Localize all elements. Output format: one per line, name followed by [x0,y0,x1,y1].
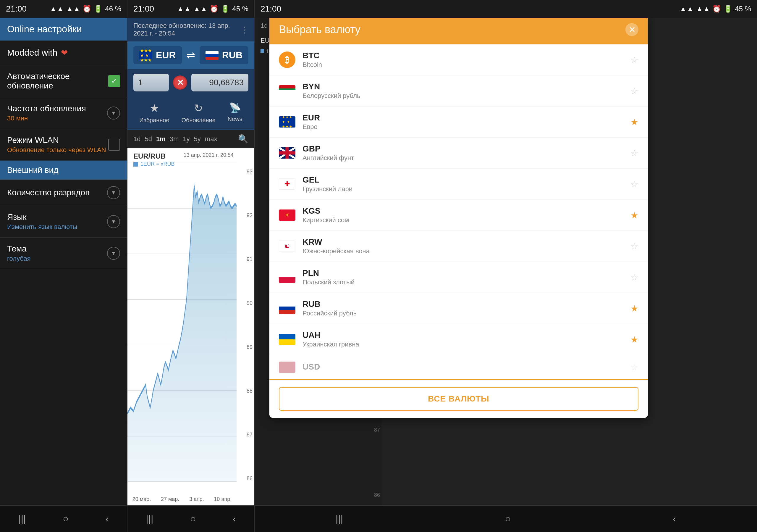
star-gbp[interactable]: ☆ [630,148,638,158]
kgs-flag: ☀ [279,209,295,221]
language-item[interactable]: Язык Изменить язык валюты ▼ [0,206,127,237]
list-item[interactable]: ₿ BTC Bitcoin ☆ [269,45,648,76]
chart-search-icon[interactable]: 🔍 [238,134,248,144]
list-item[interactable]: USD ☆ [269,355,648,379]
nav-back-1[interactable]: ‹ [97,511,118,527]
converter-actions: ★ Избранное ↻ Обновление 📡 News [128,96,254,130]
nav-home-3[interactable]: ○ [496,511,520,527]
language-dropdown[interactable]: ▼ [107,215,120,228]
update-freq-item[interactable]: Частота обновления 30 мин ▼ [0,97,127,129]
pln-flag [279,272,295,283]
wlan-item[interactable]: Режим WLAN Обновление только через WLAN [0,129,127,161]
currency-picker-panel: 21:00 ▲▲ ▲▲ ⏰ 🔋 45 % 1d 5d EU 1 93 92 91… [254,0,757,532]
auto-update-label: Автоматическое обновление [7,72,108,91]
input-row: 1 ✕ 90,68783 [128,69,254,96]
news-btn[interactable]: 📡 News [228,102,242,124]
list-item[interactable]: ✦✦✦✦ ✦✦✦✦ EUR Евро ★ [269,107,648,138]
wlan-checkbox[interactable] [108,139,120,151]
to-currency-code: RUB [222,50,242,61]
auto-update-checkbox[interactable]: ✓ [108,75,120,87]
y-label-93: 93 [238,169,253,175]
nav-menu-3[interactable]: ||| [327,511,352,527]
list-item[interactable]: ☯ KRW Южно-корейская вона ☆ [269,231,648,262]
refresh-btn[interactable]: ↻ Обновление [181,102,215,124]
dialog-close-button[interactable]: ✕ [625,23,638,36]
list-item[interactable]: ☀ KGS Киргизский сом ★ [269,200,648,231]
theme-dropdown[interactable]: ▼ [107,247,120,260]
currency-name-uah: Украинская гривна [303,341,623,348]
tab-1y[interactable]: 1y [183,135,190,143]
gbp-flag [279,147,295,159]
to-currency-btn[interactable]: RUB [199,46,248,64]
list-item[interactable]: ✚ GEL Грузинский лари ☆ [269,169,648,200]
uah-flag [279,334,295,345]
nav-home-2[interactable]: ○ [181,511,205,527]
list-item[interactable]: RUB Российский рубль ★ [269,293,648,324]
list-item[interactable]: GBP Английский фунт ☆ [269,138,648,169]
list-item[interactable]: PLN Польский злотый ☆ [269,262,648,293]
dialog-title: Выбрать валюту [279,23,360,36]
decimal-places-item[interactable]: Количество разрядов ▼ [0,180,127,206]
byn-flag [279,85,295,96]
last-update-text: Последнее обновление: 13 апр. 2021 г. - … [133,22,240,37]
star-gel[interactable]: ☆ [630,179,638,189]
star-krw[interactable]: ☆ [630,241,638,252]
list-item[interactable]: UAH Украинская гривна ★ [269,324,648,355]
status-bar-3: 21:00 ▲▲ ▲▲ ⏰ 🔋 45 % [255,0,757,18]
gel-flag: ✚ [279,178,295,190]
battery-level-2: 45 % [232,5,248,13]
list-item[interactable]: BYN Белорусский рубль ☆ [269,76,648,107]
x-label-10apr: 10 апр. [214,496,231,502]
nav-back-3[interactable]: ‹ [664,511,685,527]
x-axis: 20 мар. 27 мар. 3 апр. 10 апр. [128,496,237,502]
converter-panel: 21:00 ▲▲ ▲▲ ⏰ 🔋 45 % Последнее обновлени… [127,0,254,532]
status-time-1: 21:00 [6,4,27,14]
clear-button[interactable]: ✕ [173,76,187,90]
tab-1m[interactable]: 1m [156,135,166,143]
nav-back-2[interactable]: ‹ [224,511,245,527]
favorites-label: Избранное [139,117,169,124]
more-options-icon[interactable]: ⋮ [240,25,248,35]
currency-name-btc: Bitcoin [303,61,623,69]
x-label-27mar: 27 мар. [161,496,179,502]
star-uah[interactable]: ★ [630,334,638,345]
currency-code-btc: BTC [303,51,623,60]
decimal-places-dropdown[interactable]: ▼ [107,186,120,199]
tab-1d[interactable]: 1d [133,135,140,143]
nav-menu-2[interactable]: ||| [137,511,162,527]
from-currency-btn[interactable]: ★★★★ ★★★★ EUR [133,46,182,64]
tab-3m[interactable]: 3m [170,135,179,143]
auto-update-item[interactable]: Автоматическое обновление ✓ [0,65,127,97]
amount-input[interactable]: 1 [133,74,169,91]
tab-5d[interactable]: 5d [145,135,152,143]
modded-label: Modded with [7,47,57,58]
signal-icon: ▲▲ [66,5,80,13]
tab-max[interactable]: max [205,135,217,143]
favorites-btn[interactable]: ★ Избранное [139,102,169,124]
star-byn[interactable]: ☆ [630,86,638,96]
currency-name-krw: Южно-корейская вона [303,247,623,255]
star-btc[interactable]: ☆ [630,55,638,65]
theme-item[interactable]: Тема голубая ▼ [0,237,127,269]
alarm-icon: ⏰ [82,5,91,13]
theme-label: Тема [7,244,107,254]
currency-code-uah: UAH [303,330,623,340]
nav-home-1[interactable]: ○ [54,511,77,527]
chart-header: 1d 5d 1m 3m 1y 5y max 🔍 [128,130,254,148]
star-rub[interactable]: ★ [630,303,638,314]
tab-5y[interactable]: 5y [194,135,201,143]
star-usd[interactable]: ☆ [630,362,638,372]
star-kgs[interactable]: ★ [630,210,638,220]
star-pln[interactable]: ☆ [630,272,638,283]
settings-panel: 21:00 ▲▲ ▲▲ ⏰ 🔋 46 % Online настройки Mo… [0,0,127,532]
swap-icon[interactable]: ⇌ [186,49,195,62]
status-bar-2: 21:00 ▲▲ ▲▲ ⏰ 🔋 45 % [128,0,254,18]
star-eur[interactable]: ★ [630,117,638,127]
x-label-3apr: 3 апр. [189,496,204,502]
nav-menu-1[interactable]: ||| [10,511,35,527]
currency-name-gbp: Английский фунт [303,154,623,162]
currency-name-pln: Польский злотый [303,278,623,286]
update-freq-dropdown[interactable]: ▼ [107,107,120,119]
all-currencies-button[interactable]: ВСЕ ВАЛЮТЫ [279,387,638,411]
y-axis: 93 92 91 90 89 88 87 86 [237,169,254,482]
